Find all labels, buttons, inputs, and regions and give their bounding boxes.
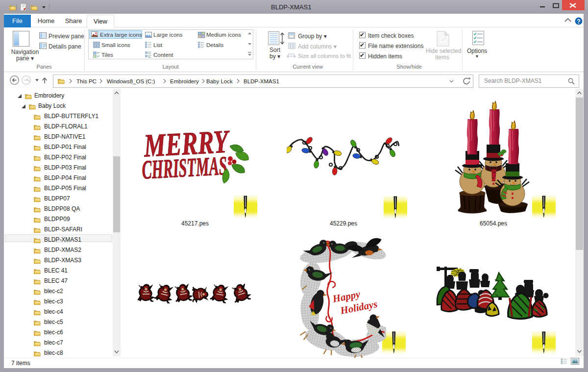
svg-text:Windows8_OS (C:): Windows8_OS (C:) (107, 78, 155, 84)
svg-text:?: ? (577, 18, 580, 25)
svg-text:CHRISTMAS: CHRISTMAS (141, 151, 228, 185)
svg-text:BLDP-XMAS1: BLDP-XMAS1 (244, 78, 279, 84)
svg-text:Embroidery: Embroidery (170, 78, 199, 84)
svg-text:Baby Lock: Baby Lock (206, 78, 233, 84)
svg-text:This PC: This PC (76, 78, 97, 84)
